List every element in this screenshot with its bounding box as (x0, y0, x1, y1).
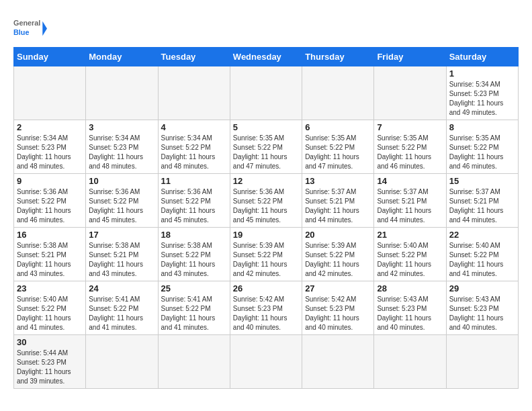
weekday-header-friday: Friday (374, 48, 446, 66)
calendar-cell (86, 335, 158, 389)
day-number: 22 (449, 230, 515, 240)
calendar-cell: 12Sunrise: 5:36 AMSunset: 5:22 PMDayligh… (230, 174, 302, 228)
svg-text:Blue: Blue (13, 28, 29, 36)
day-detail: Sunrise: 5:42 AMSunset: 5:23 PMDaylight:… (305, 295, 371, 332)
day-detail: Sunrise: 5:35 AMSunset: 5:22 PMDaylight:… (305, 134, 371, 171)
logo: General Blue (13, 13, 47, 44)
day-detail: Sunrise: 5:42 AMSunset: 5:23 PMDaylight:… (233, 295, 299, 332)
day-detail: Sunrise: 5:38 AMSunset: 5:21 PMDaylight:… (89, 241, 154, 279)
weekday-header-sunday: Sunday (14, 48, 86, 66)
day-detail: Sunrise: 5:44 AMSunset: 5:23 PMDaylight:… (17, 349, 83, 386)
day-detail: Sunrise: 5:36 AMSunset: 5:22 PMDaylight:… (233, 187, 299, 225)
day-number: 26 (233, 283, 299, 293)
calendar-cell: 29Sunrise: 5:43 AMSunset: 5:23 PMDayligh… (446, 281, 518, 335)
day-detail: Sunrise: 5:41 AMSunset: 5:22 PMDaylight:… (89, 295, 154, 332)
day-detail: Sunrise: 5:34 AMSunset: 5:23 PMDaylight:… (449, 80, 515, 118)
day-number: 25 (161, 283, 227, 293)
calendar-cell: 17Sunrise: 5:38 AMSunset: 5:21 PMDayligh… (86, 228, 158, 281)
day-detail: Sunrise: 5:39 AMSunset: 5:22 PMDaylight:… (305, 241, 371, 279)
day-detail: Sunrise: 5:39 AMSunset: 5:22 PMDaylight:… (233, 241, 299, 279)
calendar-cell (230, 66, 302, 120)
day-detail: Sunrise: 5:37 AMSunset: 5:21 PMDaylight:… (377, 187, 443, 225)
day-detail: Sunrise: 5:35 AMSunset: 5:22 PMDaylight:… (377, 134, 443, 171)
calendar-cell: 9Sunrise: 5:36 AMSunset: 5:22 PMDaylight… (14, 174, 86, 228)
weekday-header-tuesday: Tuesday (158, 48, 230, 66)
day-number: 27 (305, 283, 371, 293)
day-detail: Sunrise: 5:35 AMSunset: 5:22 PMDaylight:… (233, 134, 299, 171)
calendar-cell: 28Sunrise: 5:43 AMSunset: 5:23 PMDayligh… (374, 281, 446, 335)
day-number: 4 (161, 122, 227, 132)
calendar-cell (302, 335, 374, 389)
calendar-cell: 1Sunrise: 5:34 AMSunset: 5:23 PMDaylight… (446, 66, 518, 120)
calendar-cell: 26Sunrise: 5:42 AMSunset: 5:23 PMDayligh… (230, 281, 302, 335)
day-number: 17 (89, 230, 154, 240)
day-number: 14 (377, 176, 443, 186)
calendar-cell (86, 66, 158, 120)
calendar-cell: 6Sunrise: 5:35 AMSunset: 5:22 PMDaylight… (302, 120, 374, 174)
day-detail: Sunrise: 5:34 AMSunset: 5:22 PMDaylight:… (161, 134, 227, 171)
calendar-cell: 7Sunrise: 5:35 AMSunset: 5:22 PMDaylight… (374, 120, 446, 174)
calendar-cell (14, 66, 86, 120)
weekday-header-wednesday: Wednesday (230, 48, 302, 66)
calendar-cell: 10Sunrise: 5:36 AMSunset: 5:22 PMDayligh… (86, 174, 158, 228)
day-number: 13 (305, 176, 371, 186)
day-detail: Sunrise: 5:40 AMSunset: 5:22 PMDaylight:… (377, 241, 443, 279)
day-detail: Sunrise: 5:37 AMSunset: 5:21 PMDaylight:… (305, 187, 371, 225)
day-number: 28 (377, 283, 443, 293)
day-detail: Sunrise: 5:43 AMSunset: 5:23 PMDaylight:… (449, 295, 515, 332)
day-detail: Sunrise: 5:40 AMSunset: 5:22 PMDaylight:… (449, 241, 515, 279)
day-number: 11 (161, 176, 227, 186)
day-number: 19 (233, 230, 299, 240)
calendar-cell: 30Sunrise: 5:44 AMSunset: 5:23 PMDayligh… (14, 335, 86, 389)
day-number: 7 (377, 122, 443, 132)
calendar-cell: 19Sunrise: 5:39 AMSunset: 5:22 PMDayligh… (230, 228, 302, 281)
calendar-cell: 3Sunrise: 5:34 AMSunset: 5:23 PMDaylight… (86, 120, 158, 174)
day-number: 8 (449, 122, 515, 132)
calendar-cell: 16Sunrise: 5:38 AMSunset: 5:21 PMDayligh… (14, 228, 86, 281)
day-number: 6 (305, 122, 371, 132)
calendar-cell (302, 66, 374, 120)
day-detail: Sunrise: 5:38 AMSunset: 5:22 PMDaylight:… (161, 241, 227, 279)
day-number: 23 (17, 283, 83, 293)
calendar-cell (374, 335, 446, 389)
day-number: 18 (161, 230, 227, 240)
calendar-cell (158, 335, 230, 389)
calendar-cell: 11Sunrise: 5:36 AMSunset: 5:22 PMDayligh… (158, 174, 230, 228)
calendar-cell (374, 66, 446, 120)
header: General Blue (7, 7, 525, 47)
calendar-cell: 2Sunrise: 5:34 AMSunset: 5:23 PMDaylight… (14, 120, 86, 174)
calendar-cell: 20Sunrise: 5:39 AMSunset: 5:22 PMDayligh… (302, 228, 374, 281)
day-detail: Sunrise: 5:36 AMSunset: 5:22 PMDaylight:… (161, 187, 227, 225)
day-detail: Sunrise: 5:37 AMSunset: 5:21 PMDaylight:… (449, 187, 515, 225)
calendar-cell: 25Sunrise: 5:41 AMSunset: 5:22 PMDayligh… (158, 281, 230, 335)
day-number: 9 (17, 176, 83, 186)
day-detail: Sunrise: 5:40 AMSunset: 5:22 PMDaylight:… (17, 295, 83, 332)
calendar-cell: 18Sunrise: 5:38 AMSunset: 5:22 PMDayligh… (158, 228, 230, 281)
calendar-header: SundayMondayTuesdayWednesdayThursdayFrid… (14, 48, 519, 66)
calendar-table: SundayMondayTuesdayWednesdayThursdayFrid… (13, 47, 519, 389)
weekday-header-monday: Monday (86, 48, 158, 66)
day-number: 16 (17, 230, 83, 240)
calendar-cell: 14Sunrise: 5:37 AMSunset: 5:21 PMDayligh… (374, 174, 446, 228)
calendar-cell: 27Sunrise: 5:42 AMSunset: 5:23 PMDayligh… (302, 281, 374, 335)
calendar-cell (158, 66, 230, 120)
day-detail: Sunrise: 5:38 AMSunset: 5:21 PMDaylight:… (17, 241, 83, 279)
weekday-header-saturday: Saturday (446, 48, 518, 66)
day-number: 2 (17, 122, 83, 132)
day-number: 15 (449, 176, 515, 186)
day-detail: Sunrise: 5:36 AMSunset: 5:22 PMDaylight:… (89, 187, 154, 225)
day-number: 30 (17, 337, 83, 347)
calendar-cell: 22Sunrise: 5:40 AMSunset: 5:22 PMDayligh… (446, 228, 518, 281)
calendar-cell: 21Sunrise: 5:40 AMSunset: 5:22 PMDayligh… (374, 228, 446, 281)
logo-svg: General Blue (13, 13, 47, 44)
day-detail: Sunrise: 5:43 AMSunset: 5:23 PMDaylight:… (377, 295, 443, 332)
day-number: 5 (233, 122, 299, 132)
calendar-cell: 5Sunrise: 5:35 AMSunset: 5:22 PMDaylight… (230, 120, 302, 174)
calendar-cell (230, 335, 302, 389)
weekday-header-thursday: Thursday (302, 48, 374, 66)
day-number: 20 (305, 230, 371, 240)
day-detail: Sunrise: 5:36 AMSunset: 5:22 PMDaylight:… (17, 187, 83, 225)
calendar-cell (446, 335, 518, 389)
calendar-cell: 15Sunrise: 5:37 AMSunset: 5:21 PMDayligh… (446, 174, 518, 228)
day-detail: Sunrise: 5:41 AMSunset: 5:22 PMDaylight:… (161, 295, 227, 332)
